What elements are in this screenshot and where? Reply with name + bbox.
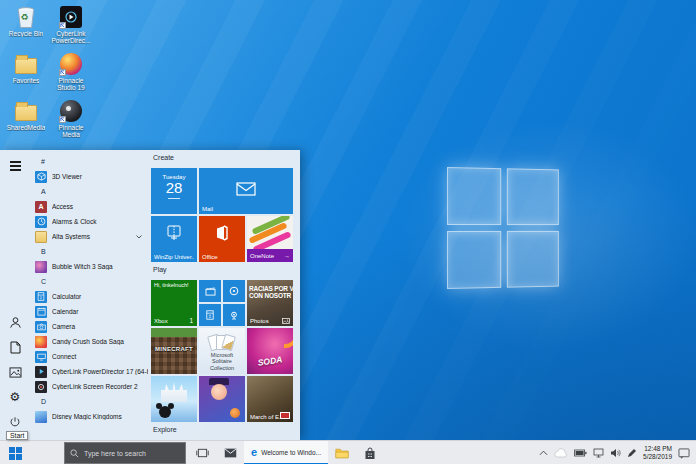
desktop-icon-recycle-bin[interactable]: ♻ Recycle Bin [4, 3, 48, 50]
desktop-icon-label: SharedMedia [7, 124, 46, 131]
tile-minecraft[interactable]: MINECRAFT [151, 328, 197, 374]
tile-solitaire[interactable]: Microsoft Solitaire Collection [199, 328, 245, 374]
disney-icon [35, 411, 47, 423]
app-list-item-candy-crush[interactable]: Candy Crush Soda Saga [32, 334, 148, 349]
mickey-art [159, 406, 171, 418]
logo-pane [507, 168, 559, 225]
shortcut-arrow-icon [59, 69, 66, 76]
tile-march-of-empires[interactable]: March of E... [247, 376, 293, 422]
tile-camera-small[interactable] [223, 304, 245, 326]
desktop-icon-pinnacle-studio[interactable]: Pinnacle Studio 19 [49, 50, 93, 97]
recycle-symbol: ♻ [21, 12, 41, 35]
chevron-down-icon [136, 235, 142, 239]
app-list-header[interactable]: A [32, 184, 148, 199]
app-list-item-bubble-witch[interactable]: Bubble Witch 3 Saga [32, 259, 148, 274]
small-tile-cluster [199, 280, 245, 326]
tile-disney-magic-kingdoms[interactable] [151, 376, 197, 422]
camera-icon [35, 321, 47, 333]
app-label: CyberLink PowerDirector 17 (64-bit) [52, 368, 148, 375]
playing-card [221, 334, 236, 351]
app-label: 3D Viewer [52, 173, 148, 180]
store-button[interactable] [356, 441, 384, 464]
action-center-button[interactable] [678, 448, 690, 459]
app-list-header[interactable]: # [32, 154, 148, 169]
onedrive-tray-button[interactable] [554, 448, 568, 458]
start-button[interactable] [0, 441, 30, 464]
app-list-header[interactable]: C [32, 274, 148, 289]
file-explorer-button[interactable] [328, 441, 356, 464]
photo-icon [282, 318, 290, 324]
calculator-icon [35, 291, 47, 303]
app-label: Camera [52, 323, 148, 330]
mail-taskbar-button[interactable] [216, 441, 244, 464]
pen-tray-button[interactable] [627, 448, 637, 458]
volume-tray-button[interactable] [610, 448, 621, 458]
app-list-item-3d-viewer[interactable]: 3D Viewer [32, 169, 148, 184]
tile-winzip[interactable]: WinZip Univer... [151, 216, 197, 262]
app-list-item-calculator[interactable]: Calculator [32, 289, 148, 304]
tile-calculator-small[interactable] [199, 304, 221, 326]
windows-logo [447, 167, 559, 289]
hamburger-menu-button[interactable] [4, 155, 26, 177]
tile-label: OneNote [250, 253, 274, 259]
tile-group-title-explore: Explore [153, 426, 296, 438]
edge-window-button[interactable]: e Welcome to Windo... [244, 441, 328, 464]
speaker-icon [610, 448, 621, 458]
tile-mail[interactable]: Mail [199, 168, 293, 214]
tray-chevron-up-button[interactable] [539, 450, 548, 456]
user-account-button[interactable] [4, 311, 26, 333]
app-list-item-screen-recorder[interactable]: CyberLink Screen Recorder 2 [32, 379, 148, 394]
tile-office[interactable]: Office [199, 216, 245, 262]
power-button[interactable] [4, 411, 26, 433]
tile-candy-crush[interactable]: SODA [247, 328, 293, 374]
desktop-icon-pinnacle-media[interactable]: Pinnacle Media [49, 97, 93, 144]
desktop-icon-label: Pinnacle Studio 19 [49, 77, 93, 91]
app-label: Alta Systems [52, 233, 131, 240]
taskbar-clock[interactable]: 12:48 PM 5/28/2019 [643, 445, 672, 461]
desktop-icon-powerdirector[interactable]: CyberLink PowerDirec... [49, 3, 93, 50]
folder-icon [35, 231, 47, 243]
start-menu-app-list: # 3D Viewer A A Access Alarms & Clock Al… [30, 150, 148, 440]
tile-movies-tv[interactable] [199, 280, 221, 302]
app-list-header[interactable]: B [32, 244, 148, 259]
documents-button[interactable] [4, 336, 26, 358]
taskbar-search-input[interactable]: Type here to search [64, 442, 186, 464]
tile-bubble-witch[interactable] [199, 376, 245, 422]
flag-badge-icon [280, 412, 290, 419]
desktop-icon-favorites[interactable]: Favorites [4, 50, 48, 97]
task-view-button[interactable] [188, 441, 216, 464]
battery-tray-button[interactable] [574, 449, 587, 457]
system-tray: 12:48 PM 5/28/2019 [539, 441, 696, 464]
tile-photos[interactable]: RACIAS POR V CON NOSOTR Photos [247, 280, 293, 326]
network-tray-button[interactable] [593, 448, 604, 458]
folder-icon [14, 98, 39, 123]
tile-calendar[interactable]: Tuesday 28 [151, 168, 197, 214]
app-list-item-powerdirector[interactable]: CyberLink PowerDirector 17 (64-bit) [32, 364, 148, 379]
edge-icon: e [251, 447, 257, 458]
app-label: Access [52, 203, 148, 210]
desktop-icon-sharedmedia[interactable]: SharedMedia [4, 97, 48, 144]
battery-icon [574, 449, 587, 457]
app-label: Disney Magic Kingdoms [52, 413, 148, 420]
pictures-button[interactable] [4, 361, 26, 383]
app-label: Calendar [52, 308, 148, 315]
app-list-item-connect[interactable]: Connect [32, 349, 148, 364]
app-list-item-camera[interactable]: Camera [32, 319, 148, 334]
app-list-header[interactable]: D [32, 394, 148, 409]
app-list-item-calendar[interactable]: Calendar [32, 304, 148, 319]
file-explorer-icon [335, 448, 349, 459]
user-icon [9, 316, 22, 329]
tile-group-title-play: Play [153, 266, 296, 278]
tile-xbox[interactable]: Hi, tinkelnuch! Xbox 1 [151, 280, 197, 326]
app-list-item-access[interactable]: A Access [32, 199, 148, 214]
start-menu-tiles: Create Tuesday 28 Mail WinZip Univer... … [148, 150, 300, 440]
task-view-icon [196, 447, 209, 459]
calendar-icon [35, 306, 47, 318]
settings-button[interactable]: ⚙ [4, 386, 26, 408]
alarms-clock-icon [35, 216, 47, 228]
app-list-item-disney[interactable]: Disney Magic Kingdoms [32, 409, 148, 424]
app-list-item-alarms-clock[interactable]: Alarms & Clock [32, 214, 148, 229]
tile-onenote-suggestion[interactable]: OneNote → [247, 216, 293, 262]
tile-groove-music[interactable] [223, 280, 245, 302]
app-list-item-alta-systems[interactable]: Alta Systems [32, 229, 148, 244]
